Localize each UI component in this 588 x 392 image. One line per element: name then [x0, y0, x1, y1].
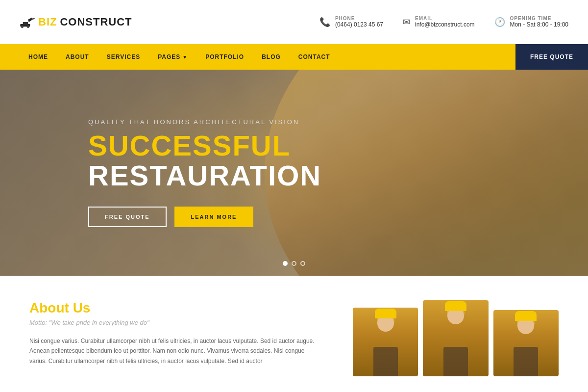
about-title-yellow: Us	[73, 300, 91, 315]
nav-links: HOME ABOUT SERVICES PAGES ▼ PORTFOLIO BL…	[0, 44, 515, 70]
worker-figure-3	[493, 310, 559, 376]
about-text: Nisi congue varius. Curabitur ullamcorpe…	[29, 336, 323, 366]
phone-value: (0464) 0123 45 67	[335, 21, 383, 28]
worker-body-2	[443, 347, 468, 376]
worker-body-3	[514, 347, 538, 376]
hero-free-quote-button[interactable]: FREE QUOTE	[88, 207, 167, 227]
nav-blog[interactable]: BLOG	[253, 44, 290, 70]
nav-home[interactable]: HOME	[20, 44, 57, 70]
hours-label: OPENING TIME	[510, 16, 568, 21]
about-title: About Us	[29, 300, 323, 316]
email-icon: ✉	[403, 17, 410, 27]
contact-info: 📞 PHONE (0464) 0123 45 67 ✉ EMAIL info@b…	[319, 16, 568, 28]
hours-item: 🕐 OPENING TIME Mon - Sat 8:00 - 19:00	[494, 16, 568, 28]
nav-free-quote-button[interactable]: FREE QUOTE	[515, 44, 588, 70]
hero-learn-more-button[interactable]: LEARN MORE	[174, 207, 254, 227]
nav-services[interactable]: SERVICES	[98, 44, 149, 70]
hero-dots	[283, 261, 305, 266]
about-workers	[353, 300, 559, 376]
nav-contact[interactable]: CONTACT	[290, 44, 339, 70]
top-bar: BizConSTRuct 📞 PHONE (0464) 0123 45 67 ✉…	[0, 0, 588, 44]
nav-about[interactable]: ABOUT	[57, 44, 98, 70]
nav-portfolio[interactable]: PORTFOLIO	[196, 44, 253, 70]
about-left: About Us Motto: "We take pride in everyt…	[29, 300, 323, 376]
nav-pages[interactable]: PAGES ▼	[149, 44, 196, 70]
hero-section: QUALITY THAT HONORS ARCHITECTURAL VISION…	[0, 70, 588, 276]
phone-label: PHONE	[335, 16, 383, 21]
hero-buttons: FREE QUOTE LEARN MORE	[88, 207, 321, 227]
email-value: info@bizconstruct.com	[415, 21, 475, 28]
logo[interactable]: BizConSTRuct	[20, 16, 132, 28]
svg-point-1	[21, 25, 24, 27]
hero-title-line1: SUCCESSFUL	[88, 131, 321, 160]
logo-construct-text: ConSTRuct	[60, 16, 132, 28]
about-motto: Motto: "We take pride in everything we d…	[29, 319, 323, 326]
hero-dot-2[interactable]	[292, 261, 296, 266]
excavator-icon	[20, 16, 35, 28]
worker-helmet-1	[375, 309, 396, 318]
hero-dot-1[interactable]	[283, 261, 288, 266]
svg-point-2	[27, 25, 29, 27]
svg-rect-3	[23, 22, 28, 25]
logo-biz-text: Biz	[38, 16, 57, 28]
worker-body-1	[373, 347, 398, 376]
worker-helmet-2	[445, 301, 466, 311]
worker-figure-1	[353, 308, 418, 376]
hours-value: Mon - Sat 8:00 - 19:00	[510, 21, 568, 28]
nav-bar: HOME ABOUT SERVICES PAGES ▼ PORTFOLIO BL…	[0, 44, 588, 70]
phone-item: 📞 PHONE (0464) 0123 45 67	[319, 16, 383, 28]
email-label: EMAIL	[415, 16, 475, 21]
email-item: ✉ EMAIL info@bizconstruct.com	[403, 16, 475, 28]
hero-subtitle: QUALITY THAT HONORS ARCHITECTURAL VISION	[88, 118, 321, 126]
clock-icon: 🕐	[494, 17, 505, 27]
about-section: About Us Motto: "We take pride in everyt…	[0, 276, 588, 392]
worker-helmet-3	[515, 311, 537, 321]
hero-content: QUALITY THAT HONORS ARCHITECTURAL VISION…	[0, 118, 321, 228]
pages-caret: ▼	[182, 54, 188, 60]
phone-icon: 📞	[319, 17, 330, 27]
about-title-black: About	[29, 300, 73, 315]
hero-title-line2: RESTAURATION	[88, 160, 321, 191]
worker-figure-2	[423, 300, 488, 376]
hero-dot-3[interactable]	[300, 261, 305, 266]
